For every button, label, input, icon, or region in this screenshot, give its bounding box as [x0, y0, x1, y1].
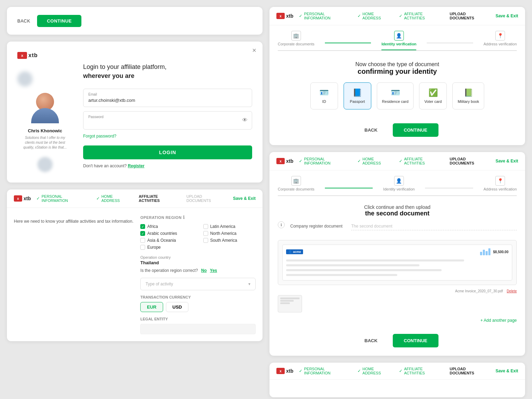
- delete-link[interactable]: Delete: [507, 289, 517, 293]
- region-arabic[interactable]: ✓ Arabic countries: [140, 231, 193, 236]
- type-activity-select[interactable]: Type of activity ▾: [140, 278, 256, 290]
- region-africa[interactable]: ✓ Africa: [140, 224, 193, 229]
- save-exit-link[interactable]: Save & Exit: [496, 14, 518, 18]
- password-input[interactable]: [88, 120, 247, 125]
- save-exit-link[interactable]: Save & Exit: [496, 369, 518, 373]
- nav-upload-docs: UPLOAD DOCUMENTS: [450, 157, 490, 165]
- affiliate-card: x xtb ✓ PERSONAL INFORMATION ✓ HOME ADDR…: [7, 189, 263, 341]
- tab-corporate-docs[interactable]: 🏢 Corporate documents: [278, 176, 314, 195]
- correct-question: Is the operation region correct? No Yes: [140, 268, 256, 273]
- tab-identity-verification[interactable]: 👤 Identity verification: [381, 31, 416, 50]
- add-page-link[interactable]: + Add another page: [269, 318, 525, 323]
- nav-affiliate-activities: ✓ AFFILIATE ACTIVITIES: [399, 157, 443, 165]
- close-button[interactable]: ×: [252, 46, 256, 54]
- tab-corporate-docs[interactable]: 🏢 Corporate documents: [278, 31, 314, 50]
- tab-address-label: Address verification: [484, 42, 517, 46]
- password-field-container: Password 👁: [83, 111, 252, 130]
- tab-identity-label: Identity verification: [381, 42, 416, 46]
- currency-eur[interactable]: EUR: [140, 302, 163, 312]
- address-doc-icon: 📍: [495, 176, 505, 186]
- logo-text: xtb: [286, 368, 293, 374]
- doc-line-3: [286, 269, 442, 271]
- upload-doc-label: Company register document: [290, 224, 346, 229]
- nav-home-address: ✓ HOME ADDRESS: [96, 194, 132, 203]
- save-exit-link[interactable]: Save & Exit: [233, 196, 256, 201]
- email-input[interactable]: [88, 98, 247, 103]
- tab-corporate-label: Corporate documents: [278, 42, 314, 46]
- blurred-avatar-bottom: [37, 157, 53, 172]
- xtb-logo-upload: x xtb: [276, 158, 293, 164]
- doc-type-voter[interactable]: ✅ Voter card: [419, 82, 447, 109]
- partial-nav-steps: ✓ PERSONAL INFORMATION ✓ HOME ADDRESS ✓ …: [299, 367, 490, 375]
- currency-usd[interactable]: USD: [166, 302, 188, 312]
- region-north-america[interactable]: North America: [203, 231, 256, 236]
- forgot-password-link[interactable]: Forgot password?: [83, 134, 252, 139]
- nav-upload-docs: UPLOAD DOCUMENTS: [186, 194, 227, 203]
- identity-doc-icon: 👤: [394, 176, 404, 186]
- identity-main-title: confirming your identity: [276, 68, 518, 76]
- login-button[interactable]: LOGIN: [83, 145, 252, 159]
- nav-home-address: ✓ HOME ADDRESS: [357, 157, 392, 165]
- doc-type-id[interactable]: 🪪 ID: [310, 82, 338, 109]
- upload-main-title: the second document: [276, 210, 518, 217]
- checkbox-europe[interactable]: [140, 245, 145, 250]
- upload-header: x xtb ✓ PERSONAL INFORMATION ✓ HOME ADDR…: [269, 152, 525, 170]
- logo-text: xtb: [286, 158, 293, 164]
- logo-icon: x: [276, 13, 285, 19]
- back-button[interactable]: BACK: [356, 123, 386, 137]
- xtb-logo: x xtb: [17, 52, 38, 59]
- region-latin-america[interactable]: Latin America: [203, 224, 256, 229]
- tab-connector-active: [325, 43, 371, 43]
- logo-text: xtb: [286, 13, 293, 19]
- doc-preview-inner: 👤 acme $8,500.00: [282, 245, 512, 281]
- logo-icon: x: [14, 195, 22, 202]
- id-icon: 🪪: [319, 88, 329, 97]
- person-name: Chris Khonowic: [28, 128, 62, 133]
- thumb-line-1: [280, 298, 300, 299]
- no-link[interactable]: No: [201, 268, 207, 273]
- continue-button[interactable]: CONTINUE: [393, 123, 438, 137]
- affiliate-content: OPERATION REGION ℹ ✓ Africa Latin Americ…: [140, 215, 256, 334]
- doc-thumbnail: [278, 295, 302, 312]
- currency-options: EUR USD: [140, 302, 256, 312]
- tx-currency-label: TRANSACTION CURRENCY: [140, 295, 256, 299]
- bar2: [483, 250, 485, 255]
- back-button[interactable]: BACK: [17, 18, 30, 24]
- checkbox-africa[interactable]: ✓: [140, 224, 145, 229]
- doc-type-military[interactable]: 📗 Military book: [452, 82, 484, 109]
- logo-text: xtb: [24, 196, 31, 201]
- info-icon: ℹ: [278, 221, 285, 228]
- back-button[interactable]: BACK: [356, 334, 386, 347]
- legal-entity-input[interactable]: [140, 324, 256, 334]
- checkbox-arabic[interactable]: ✓: [140, 231, 145, 236]
- save-exit-link[interactable]: Save & Exit: [496, 159, 518, 163]
- checkbox-north-america[interactable]: [203, 231, 208, 236]
- doc-type-passport[interactable]: 📘 Passport: [344, 82, 371, 109]
- doc-header-row: 👤 acme $8,500.00: [286, 248, 508, 255]
- military-icon: 📗: [464, 88, 473, 97]
- checkbox-south-america[interactable]: [203, 238, 208, 243]
- tab-identity-verification[interactable]: 👤 Identity verification: [383, 176, 415, 195]
- region-south-america[interactable]: South America: [203, 238, 256, 243]
- partial-header: x xtb ✓ PERSONAL INFORMATION ✓ HOME ADDR…: [269, 363, 525, 380]
- checkbox-asia[interactable]: [140, 238, 145, 243]
- tab-address-verification[interactable]: 📍 Address verification: [484, 176, 517, 195]
- bar1: [480, 252, 482, 255]
- yes-link[interactable]: Yes: [210, 268, 217, 273]
- show-password-icon[interactable]: 👁: [242, 117, 248, 123]
- tab-address-verification[interactable]: 📍 Address verification: [484, 31, 517, 50]
- bar3: [486, 251, 488, 255]
- partial-card: x xtb ✓ PERSONAL INFORMATION ✓ HOME ADDR…: [269, 363, 525, 397]
- acme-person-icon: 👤: [288, 250, 292, 254]
- continue-button[interactable]: CONTINUE: [37, 15, 81, 27]
- upload-placeholder: The second document: [351, 222, 517, 230]
- address-doc-icon: 📍: [495, 31, 505, 41]
- doc-type-residence[interactable]: 🪪 Residence card: [377, 82, 414, 109]
- region-asia[interactable]: Asia & Oceania: [140, 238, 193, 243]
- checkbox-latin-america[interactable]: [203, 224, 208, 229]
- nav-affiliate-activities: ✓ AFFILIATE ACTIVITIES: [399, 367, 443, 375]
- continue-button[interactable]: CONTINUE: [393, 334, 438, 347]
- register-link[interactable]: Register: [128, 163, 144, 168]
- info-circle: ℹ: [183, 215, 185, 220]
- region-europe[interactable]: Europe: [140, 245, 193, 250]
